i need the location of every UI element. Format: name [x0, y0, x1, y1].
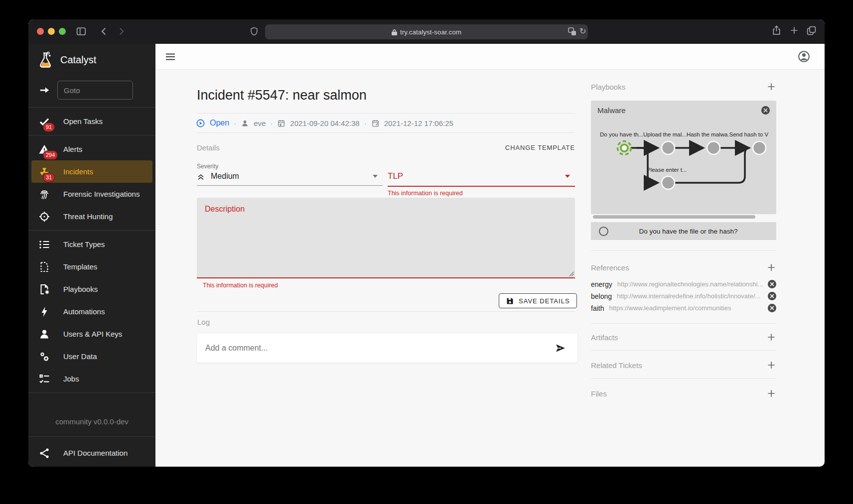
comment-input[interactable] — [205, 344, 555, 353]
status-row: Open · eve · 2021-09-20 04:42:38 · 2021-… — [196, 118, 453, 128]
add-related-ticket-button[interactable] — [766, 360, 776, 370]
close-window-button[interactable] — [37, 28, 44, 35]
reload-icon[interactable]: ↻ — [579, 27, 586, 35]
remove-reference-icon[interactable] — [768, 292, 776, 300]
warning-icon: 294 — [38, 143, 50, 155]
owner-name: eve — [254, 119, 266, 127]
check-icon: 91 — [38, 116, 50, 127]
tlp-label: TLP — [388, 171, 403, 181]
forward-icon[interactable] — [116, 26, 127, 37]
person-icon — [38, 328, 50, 340]
log-heading: Log — [197, 318, 210, 326]
checklist-icon — [38, 373, 50, 385]
crosshair-icon — [38, 211, 50, 223]
description-placeholder: Description — [205, 205, 245, 214]
created-at: 2021-09-20 04:42:38 — [290, 119, 359, 127]
comment-card — [197, 334, 577, 363]
playbook-flow-diagram[interactable] — [591, 121, 776, 214]
remove-reference-icon[interactable] — [768, 304, 776, 312]
radiation-icon: 31 — [38, 166, 50, 178]
app-sidebar: Catalyst 91 Open Tasks 294 Alerts 31 Inc… — [28, 44, 155, 467]
back-icon[interactable] — [99, 26, 110, 37]
translate-icon[interactable] — [568, 27, 576, 36]
new-tab-icon[interactable] — [789, 25, 799, 35]
bolt-icon — [38, 306, 50, 318]
account-avatar-icon[interactable] — [797, 50, 811, 63]
tlp-select[interactable]: TLP — [388, 171, 403, 181]
sidebar-item-forensic-investigations[interactable]: Forensic Investigations — [28, 183, 155, 205]
privacy-shield-icon[interactable] — [249, 26, 259, 37]
severity-caret-icon[interactable] — [373, 175, 378, 178]
sidebar-item-threat-hunting[interactable]: Threat Hunting — [28, 205, 155, 228]
references-heading: References — [591, 263, 629, 272]
divider — [197, 311, 575, 312]
related-tickets-header: Related Tickets — [591, 360, 776, 370]
brand-row: Catalyst — [28, 44, 155, 76]
playbooks-heading: Playbooks — [591, 83, 625, 91]
sidebar-item-api-documentation[interactable]: API Documentation — [28, 439, 155, 467]
version-label: community v0.0.0-dev — [28, 417, 155, 426]
file-dashed-icon — [38, 261, 50, 273]
severity-select[interactable]: Medium — [196, 171, 239, 181]
sidebar-item-jobs[interactable]: Jobs — [28, 368, 155, 390]
divider — [28, 392, 155, 393]
open-tasks-badge: 91 — [43, 123, 55, 132]
playbook-task-row[interactable]: Do you have the file or the hash? — [591, 222, 776, 240]
add-reference-button[interactable] — [766, 262, 776, 272]
flow-horizontal-scrollbar[interactable] — [593, 215, 755, 219]
url-bar[interactable]: try.catalyst-soar.com — [265, 24, 588, 39]
sidebar-item-users-api-keys[interactable]: Users & API Keys — [28, 323, 155, 345]
minimize-window-button[interactable] — [48, 28, 55, 35]
save-details-button[interactable]: SAVE DETAILS — [499, 293, 577, 308]
related-tickets-heading: Related Tickets — [591, 361, 642, 370]
description-required-message: This information is required — [203, 282, 278, 289]
sidebar-toggle-icon[interactable] — [76, 26, 87, 37]
reference-row: energy http://www.regionaltechnologies.n… — [591, 280, 776, 288]
reference-row: belong http://www.internalredefine.info/… — [591, 292, 776, 300]
task-question: Do you have the file or the hash? — [608, 228, 768, 235]
send-icon[interactable] — [555, 342, 567, 354]
divider — [591, 251, 776, 251]
share-icon[interactable] — [771, 25, 782, 36]
lock-icon — [392, 29, 397, 35]
tlp-caret-icon[interactable] — [565, 175, 570, 178]
sidebar-item-open-tasks[interactable]: 91 Open Tasks — [28, 110, 155, 132]
tab-overview-icon[interactable] — [806, 25, 817, 36]
goto-row — [28, 76, 155, 105]
goto-arrow-icon — [39, 85, 50, 96]
add-playbook-button[interactable] — [766, 82, 776, 92]
modified-calendar-icon — [371, 119, 380, 127]
divider — [28, 436, 155, 437]
resize-handle-icon[interactable] — [569, 271, 574, 276]
sidebar-item-playbooks[interactable]: Playbooks — [28, 278, 155, 300]
divider — [28, 135, 155, 135]
remove-reference-icon[interactable] — [768, 280, 776, 288]
sidebar-item-automations[interactable]: Automations — [28, 300, 155, 323]
divider — [591, 323, 776, 324]
file-gear-icon — [38, 283, 50, 295]
add-artifact-button[interactable] — [766, 332, 776, 342]
maximize-window-button[interactable] — [59, 28, 66, 35]
status-label[interactable]: Open — [210, 119, 229, 127]
description-textarea[interactable]: Description — [197, 198, 575, 278]
goto-input[interactable] — [57, 81, 133, 100]
main-toolbar — [155, 44, 825, 69]
files-heading: Files — [591, 389, 607, 398]
reference-row: faith https://www.leadimplement.io/commu… — [591, 304, 776, 312]
remove-playbook-icon[interactable] — [761, 106, 770, 115]
sidebar-item-ticket-types[interactable]: Ticket Types — [28, 233, 155, 255]
share-nodes-icon — [38, 447, 50, 459]
sidebar-item-alerts[interactable]: 294 Alerts — [28, 138, 155, 160]
alerts-badge: 294 — [43, 150, 58, 160]
sidebar-item-user-data[interactable]: User Data — [28, 345, 155, 368]
files-header: Files — [591, 388, 776, 398]
severity-value: Medium — [211, 172, 239, 181]
add-file-button[interactable] — [766, 388, 776, 398]
menu-hamburger-icon[interactable] — [164, 51, 176, 63]
sidebar-item-templates[interactable]: Templates — [28, 255, 155, 278]
task-radio[interactable] — [599, 227, 608, 236]
tlp-required-message: This information is required — [388, 190, 463, 197]
gears-icon — [38, 351, 50, 363]
change-template-button[interactable]: CHANGE TEMPLATE — [505, 144, 575, 151]
sidebar-item-incidents[interactable]: 31 Incidents — [31, 160, 152, 183]
